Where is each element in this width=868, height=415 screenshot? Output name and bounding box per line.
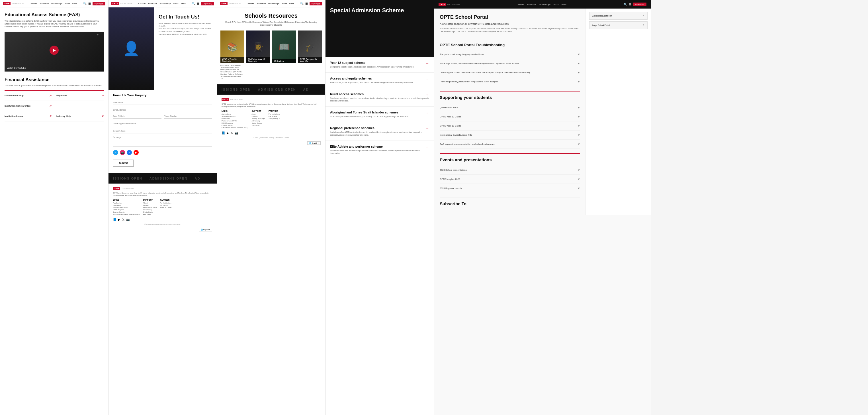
nav-news[interactable]: News xyxy=(72,3,78,5)
dob-input[interactable] xyxy=(113,114,161,119)
nav-about[interactable]: About xyxy=(282,3,287,5)
nav-courses[interactable]: Courses xyxy=(138,3,146,5)
nav-about[interactable]: About xyxy=(553,3,558,5)
footer-link[interactable]: Apply or Log In xyxy=(160,207,172,208)
nav-about[interactable]: About xyxy=(65,3,70,5)
twitter-icon[interactable]: 𝕏 xyxy=(113,150,118,155)
scheme-item-year12[interactable]: Year 12 subject scheme → Completing spec… xyxy=(326,57,434,73)
footer-link[interactable]: For School xyxy=(160,204,172,206)
support-item-yr12[interactable]: OPTE Year 12 Guide ∨ xyxy=(440,112,580,121)
support-item-ib[interactable]: International Baccalaureate (IB) ∨ xyxy=(440,130,580,140)
footer-link[interactable]: Advertising xyxy=(143,209,157,211)
footer-link[interactable]: Applications xyxy=(222,113,248,115)
login-button[interactable]: Login/Apply xyxy=(310,2,322,5)
nav-courses[interactable]: Courses xyxy=(30,3,37,5)
nav-admission[interactable]: Admission xyxy=(256,3,266,5)
login-button[interactable]: Login/Apply xyxy=(633,3,646,6)
search-icon[interactable]: 🔍 xyxy=(83,2,87,5)
footer-link[interactable]: For School xyxy=(269,115,280,117)
topic-select[interactable]: Select A Topic xyxy=(113,129,212,134)
footer-link[interactable]: Educational Access Scheme (EAS) xyxy=(222,127,248,128)
nav-scholarships[interactable]: Scholarships xyxy=(51,3,62,5)
search-icon[interactable]: 🔍 xyxy=(192,2,195,5)
footer-link[interactable]: About xyxy=(143,202,157,204)
support-item-atar[interactable]: Queensland ATAR ∨ xyxy=(440,103,580,112)
login-school-portal-button[interactable]: Login School Portal ↗ xyxy=(589,21,648,29)
link-payments[interactable]: Payments ↗ xyxy=(54,91,104,101)
instagram-icon[interactable]: 📷 xyxy=(120,150,125,155)
footer-link[interactable]: IMBS Program xyxy=(113,209,140,211)
footer-link[interactable]: Institutions xyxy=(113,204,140,206)
footer-facebook-icon[interactable]: 📘 xyxy=(222,131,225,135)
event-item-2023-school[interactable]: 2023 School presentations ∨ xyxy=(440,166,580,175)
footer-link[interactable]: About xyxy=(251,113,265,115)
footer-link[interactable]: Key Dates xyxy=(143,213,157,215)
video-container[interactable]: ▶ Watch On Youtube ⚙ ⛶ xyxy=(5,32,104,71)
nav-about[interactable]: About xyxy=(173,3,178,5)
trouble-item-1[interactable]: The portal is not recognising my email a… xyxy=(440,50,580,59)
nav-news[interactable]: News xyxy=(181,3,186,5)
footer-link[interactable]: Apply or Log In xyxy=(269,118,280,119)
scheme-item-athlete[interactable]: Elite Athlete and performer scheme → Ins… xyxy=(326,141,434,159)
footer-facebook-icon[interactable]: 📘 xyxy=(113,218,117,221)
footer-link[interactable]: Media Centre xyxy=(251,122,265,124)
trouble-item-4[interactable]: I have forgotten my password or my passw… xyxy=(440,77,580,86)
link-institution-loans[interactable]: Institution Loans ↗ xyxy=(5,111,54,121)
support-item-yr10[interactable]: OPTE Year 10 Guide ∨ xyxy=(440,121,580,130)
access-request-button[interactable]: Access Request Form ↗ xyxy=(589,12,648,20)
resource-card-ib[interactable]: 📖 IB Studies xyxy=(272,30,296,81)
name-input[interactable] xyxy=(113,100,212,105)
footer-link[interactable]: Media Centre xyxy=(143,211,157,213)
resource-card-passport[interactable]: 🎓 OPTE Passport for Year 12s xyxy=(298,30,322,81)
nav-scholarships[interactable]: Scholarships xyxy=(159,3,171,5)
facebook-icon[interactable]: f xyxy=(127,150,132,155)
scheme-item-access[interactable]: Access and equity schemes → Financial ai… xyxy=(326,73,434,88)
support-item-eas[interactable]: EAS supporting documentation and school … xyxy=(440,140,580,149)
footer-link[interactable]: Partners with OPTE xyxy=(113,207,140,208)
phone-input[interactable] xyxy=(164,114,212,119)
login-button[interactable]: Login/Apply xyxy=(201,2,214,5)
search-icon[interactable]: 🔍 xyxy=(300,2,304,5)
footer-link[interactable]: Institutions xyxy=(222,118,248,119)
footer-link[interactable]: Partners with OPTE xyxy=(222,120,248,122)
fullscreen-icon[interactable]: ⛶ xyxy=(100,33,102,36)
nav-scholarships[interactable]: Scholarships xyxy=(539,3,551,5)
trouble-item-2[interactable]: At the login screen, the username automa… xyxy=(440,59,580,68)
footer-link[interactable]: Applications xyxy=(113,202,140,204)
footer-youtube-icon[interactable]: ▶ xyxy=(227,131,229,135)
event-item-regional[interactable]: 2023 Regional events ∨ xyxy=(440,184,580,193)
app-number-input[interactable] xyxy=(113,121,212,126)
nav-courses[interactable]: Courses xyxy=(517,3,524,5)
event-item-insights[interactable]: OPTE Insights 2023 ∨ xyxy=(440,175,580,184)
login-button[interactable]: Login/Apply xyxy=(93,2,105,5)
trouble-item-3[interactable]: I am using the correct username but it i… xyxy=(440,68,580,77)
footer-link[interactable]: For Institutions xyxy=(269,113,280,115)
email-input[interactable] xyxy=(113,108,212,112)
footer-link[interactable]: IMBS Program xyxy=(222,122,248,124)
footer-twitter-icon[interactable]: 𝕏 xyxy=(122,218,124,221)
message-textarea[interactable] xyxy=(113,135,212,147)
footer-link[interactable]: For Institutions xyxy=(160,202,172,204)
nav-admission[interactable]: Admission xyxy=(527,3,536,5)
footer-link[interactable]: Course Search xyxy=(222,124,248,126)
play-button[interactable]: ▶ xyxy=(50,46,59,55)
footer-youtube-icon[interactable]: ▶ xyxy=(118,218,120,221)
menu-icon[interactable]: ☰ xyxy=(197,2,199,5)
nav-admission[interactable]: Admission xyxy=(148,3,157,5)
menu-icon[interactable]: ☰ xyxy=(629,3,631,6)
search-icon[interactable]: 🔍 xyxy=(624,3,627,6)
link-institution-scholarships[interactable]: Institution Scholarships ↗ xyxy=(5,101,54,111)
footer-link[interactable]: Educational Access Scheme (EAS) xyxy=(113,213,140,215)
footer-link[interactable]: Privacy and Legal xyxy=(143,207,157,208)
footer-link[interactable]: School Resources xyxy=(222,115,248,117)
menu-icon[interactable]: ☰ xyxy=(88,2,91,5)
scheme-item-rural[interactable]: Rural access schemes → Rural access sche… xyxy=(326,88,434,107)
footer-link[interactable]: Course Search xyxy=(113,211,140,213)
nav-courses[interactable]: Courses xyxy=(247,3,254,5)
resource-card-atar[interactable]: 📚 ATAR – Year 10 Students From 2020, The… xyxy=(220,30,244,81)
nav-news[interactable]: News xyxy=(562,3,567,5)
nav-admission[interactable]: Admission xyxy=(39,3,49,5)
footer-link[interactable]: Contact xyxy=(143,204,157,206)
footer-link[interactable]: Privacy and Legal xyxy=(251,118,265,119)
footer-link[interactable]: Advertising xyxy=(251,120,265,122)
